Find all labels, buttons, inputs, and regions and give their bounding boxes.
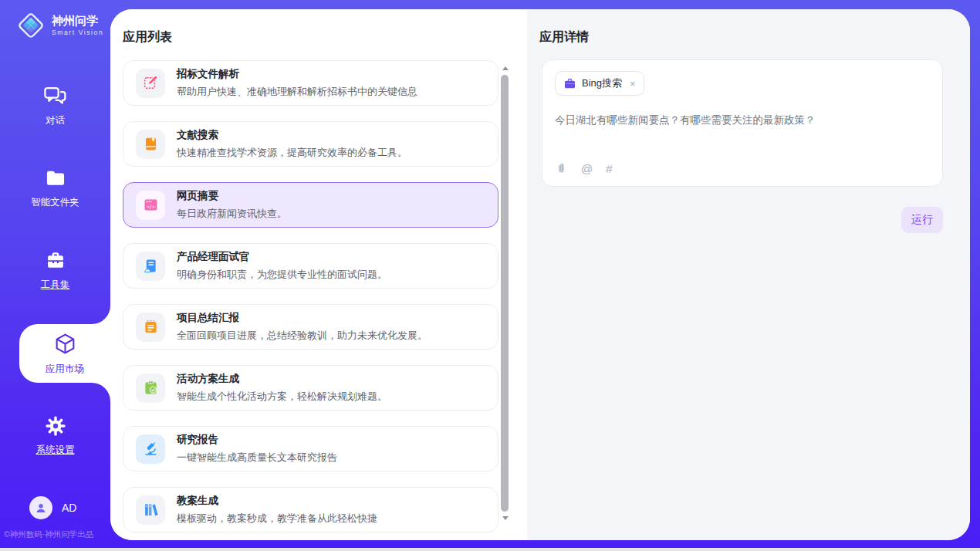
- app-icon-tile: [136, 69, 165, 98]
- app-card-description: 每日政府新闻资讯快查。: [177, 207, 287, 221]
- app-detail-title: 应用详情: [527, 9, 970, 46]
- tab-curve-bottom: [92, 383, 110, 401]
- hash-icon[interactable]: #: [606, 163, 612, 174]
- run-row: 运行: [527, 207, 943, 233]
- tab-curve-top: [92, 306, 110, 324]
- sidebar: 神州问学 Smart Vision 对话 智能文件夹 工具集 应用市场 系统设置…: [0, 0, 110, 548]
- tool-tag-bing-search[interactable]: Bing搜索 ×: [555, 71, 644, 96]
- cube-icon: [52, 332, 78, 356]
- user-name: AD: [62, 502, 76, 514]
- app-card-title: 项目总结汇报: [177, 311, 427, 325]
- book-icon: [143, 136, 159, 152]
- scrollbar-thumb[interactable]: [501, 75, 509, 512]
- app-card[interactable]: 文献搜索 快速精准查找学术资源，提高研究效率的必备工具。: [123, 121, 498, 167]
- sidebar-item-label: 系统设置: [36, 444, 75, 457]
- app-list-title: 应用列表: [110, 9, 527, 46]
- run-button[interactable]: 运行: [901, 207, 943, 233]
- question-input[interactable]: 今日湖北有哪些新闻要点？有哪些需要关注的最新政策？: [555, 113, 930, 162]
- app-card-title: 文献搜索: [177, 128, 407, 142]
- app-card[interactable]: 产品经理面试官 明确身份和职责，为您提供专业性的面试问题。: [123, 243, 498, 289]
- clipboard-check-icon: [143, 380, 159, 396]
- edit-note-icon: [143, 75, 159, 91]
- avatar[interactable]: [29, 496, 52, 519]
- app-list-section: 应用列表 招标文件解析 帮助用户快速、准确地理解和解析招标书中的关键信息 文献搜…: [110, 9, 527, 540]
- diamond-logo-icon: [15, 10, 46, 41]
- at-icon[interactable]: @: [581, 163, 593, 174]
- app-card[interactable]: </> 网页摘要 每日政府新闻资讯快查。: [123, 182, 498, 228]
- brand-name: 神州问学: [52, 15, 103, 27]
- app-card-title: 研究报告: [177, 433, 337, 447]
- close-icon[interactable]: ×: [630, 78, 636, 90]
- app-card-description: 全面回顾项目进展，总结经验教训，助力未来优化发展。: [177, 329, 427, 343]
- app-card-title: 产品经理面试官: [177, 250, 387, 264]
- sidebar-item-label: 应用市场: [46, 363, 84, 376]
- doc-person-icon: [143, 258, 159, 274]
- scrollbar[interactable]: [501, 65, 509, 522]
- app-card-title: 活动方案生成: [177, 372, 387, 386]
- paperclip-icon[interactable]: [555, 162, 568, 175]
- tool-tag-label: Bing搜索: [582, 76, 622, 90]
- main-panel: 应用列表 招标文件解析 帮助用户快速、准确地理解和解析招标书中的关键信息 文献搜…: [110, 9, 970, 540]
- sidebar-item-folder[interactable]: 智能文件夹: [0, 159, 110, 218]
- sidebar-item-cube[interactable]: 应用市场: [19, 324, 110, 383]
- sidebar-item-label: 对话: [46, 114, 65, 127]
- app-card-description: 快速精准查找学术资源，提高研究效率的必备工具。: [177, 146, 407, 160]
- briefcase-icon: [563, 77, 576, 90]
- sidebar-footer: AD ©神州数码·神州问学出品: [0, 496, 110, 540]
- app-card-title: 教案生成: [177, 494, 377, 508]
- app-card[interactable]: 教案生成 模板驱动，教案秒成，教学准备从此轻松快捷: [123, 487, 498, 532]
- app-icon-tile: [136, 130, 165, 159]
- app-card-list: 招标文件解析 帮助用户快速、准确地理解和解析招标书中的关键信息 文献搜索 快速精…: [123, 60, 498, 532]
- app-card-description: 明确身份和职责，为您提供专业性的面试问题。: [177, 268, 387, 282]
- app-card-description: 帮助用户快速、准确地理解和解析招标书中的关键信息: [177, 85, 417, 99]
- brand-subtitle: Smart Vision: [52, 29, 103, 36]
- scrollbar-up-arrow-icon[interactable]: [502, 66, 509, 70]
- user-row[interactable]: AD: [0, 496, 110, 519]
- sidebar-item-label: 工具集: [41, 279, 70, 292]
- app-card[interactable]: 招标文件解析 帮助用户快速、准确地理解和解析招标书中的关键信息: [123, 60, 498, 106]
- sidebar-item-label: 智能文件夹: [31, 196, 79, 209]
- app-card-description: 智能生成个性化活动方案，轻松解决规划难题。: [177, 390, 387, 404]
- chat-icon: [43, 85, 67, 107]
- microscope-icon: [143, 441, 159, 457]
- scrollbar-down-arrow-icon[interactable]: [502, 516, 509, 520]
- input-toolbar: @#: [555, 162, 930, 175]
- app-card[interactable]: 活动方案生成 智能生成个性化活动方案，轻松解决规划难题。: [123, 365, 498, 411]
- app-card-title: 网页摘要: [177, 189, 287, 203]
- svg-text:</>: </>: [147, 205, 155, 209]
- sidebar-item-gear[interactable]: 系统设置: [0, 407, 110, 465]
- app-card[interactable]: 研究报告 一键智能生成高质量长文本研究报告: [123, 426, 498, 472]
- browser-code-icon: </>: [143, 197, 159, 213]
- app-icon-tile: [136, 434, 165, 464]
- app-icon-tile: [136, 374, 165, 403]
- sidebar-nav: 对话 智能文件夹 工具集 应用市场 系统设置: [0, 76, 110, 465]
- app-icon-tile: [136, 495, 165, 525]
- folder-icon: [44, 167, 67, 189]
- app-icon-tile: </>: [136, 191, 165, 220]
- prompt-card: Bing搜索 × 今日湖北有哪些新闻要点？有哪些需要关注的最新政策？ @#: [542, 59, 943, 187]
- app-detail-section: 应用详情 Bing搜索 × 今日湖北有哪些新闻要点？有哪些需要关注的最新政策？ …: [527, 9, 970, 540]
- app-card-description: 模板驱动，教案秒成，教学准备从此轻松快捷: [177, 512, 377, 526]
- app-icon-tile: [136, 252, 165, 281]
- notepad-icon: [143, 319, 159, 335]
- books-icon: [143, 502, 159, 518]
- app-icon-tile: [136, 313, 165, 342]
- brand-logo: 神州问学 Smart Vision: [0, 0, 110, 41]
- sidebar-item-chat[interactable]: 对话: [0, 76, 110, 135]
- sidebar-item-toolbox[interactable]: 工具集: [0, 242, 110, 300]
- person-icon: [34, 501, 48, 515]
- toolbox-icon: [44, 250, 67, 272]
- gear-icon: [44, 415, 67, 437]
- app-card-description: 一键智能生成高质量长文本研究报告: [177, 451, 337, 465]
- copyright: ©神州数码·神州问学出品: [0, 529, 110, 540]
- app-card[interactable]: 项目总结汇报 全面回顾项目进展，总结经验教训，助力未来优化发展。: [123, 304, 498, 350]
- app-card-title: 招标文件解析: [177, 67, 417, 81]
